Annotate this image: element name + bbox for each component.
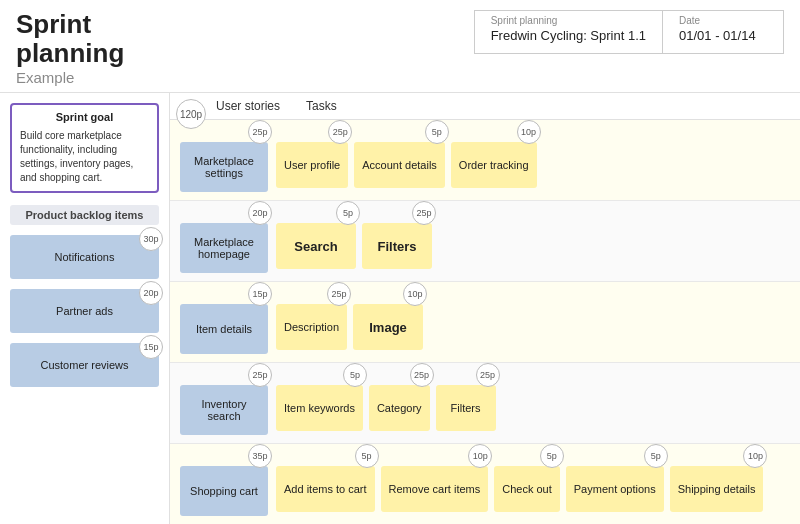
task-card: Description <box>276 304 347 350</box>
user-story-cell: 15p Item details <box>180 290 268 354</box>
subtitle: Example <box>16 69 196 86</box>
sprint-label: Sprint planning <box>491 15 646 26</box>
task-item: 10p Image <box>353 290 423 350</box>
points-badge: 10p <box>468 444 492 468</box>
main-body: Sprint goal Build core marketplace funct… <box>0 93 800 524</box>
sprint-value: Fredwin Cycling: Sprint 1.1 <box>491 28 646 43</box>
points-badge: 30p <box>139 227 163 251</box>
tasks-cell: 5p Add items to cart 10p Remove cart ite… <box>276 452 794 512</box>
task-item: 10p Shipping details <box>670 452 764 512</box>
col-header-user-stories: User stories <box>216 99 306 113</box>
sprint-goal-text: Build core marketplace functionality, in… <box>20 129 149 185</box>
points-badge: 25p <box>327 282 351 306</box>
points-badge: 10p <box>743 444 767 468</box>
tasks-cell: 25p Description 10p Image <box>276 290 794 350</box>
points-badge: 10p <box>517 120 541 144</box>
task-card: User profile <box>276 142 348 188</box>
task-card: Search <box>276 223 356 269</box>
task-item: 5p Payment options <box>566 452 664 512</box>
task-item: 5p Check out <box>494 452 560 512</box>
date-meta: Date 01/01 - 01/14 <box>663 11 783 53</box>
list-item: 15p Customer reviews <box>10 343 159 387</box>
user-story-card: Inventory search <box>180 385 268 435</box>
points-badge: 5p <box>336 201 360 225</box>
points-badge: 25p <box>412 201 436 225</box>
backlog-items: 30p Notifications 20p Partner ads 15p Cu… <box>10 235 159 387</box>
task-item: 25p User profile <box>276 128 348 188</box>
task-item: 25p Description <box>276 290 347 350</box>
sprint-meta: Sprint planning Fredwin Cycling: Sprint … <box>475 11 663 53</box>
sidebar: Sprint goal Build core marketplace funct… <box>0 93 170 524</box>
task-card: Check out <box>494 466 560 512</box>
points-badge: 5p <box>343 363 367 387</box>
points-badge: 5p <box>644 444 668 468</box>
task-item: 25p Filters <box>436 371 496 431</box>
points-badge: 5p <box>355 444 379 468</box>
table-row: 35p Shopping cart 5p Add items to cart 1… <box>170 444 800 524</box>
tasks-cell: 5p Item keywords 25p Category 25p Filter… <box>276 371 794 431</box>
points-badge: 5p <box>425 120 449 144</box>
content-area: 120p User stories Tasks 25p Marketplace … <box>170 93 800 524</box>
user-story-cell: 25p Inventory search <box>180 371 268 435</box>
header: Sprint planning Example Sprint planning … <box>0 0 800 93</box>
date-label: Date <box>679 15 767 26</box>
tasks-cell: 5p Search 25p Filters <box>276 209 794 269</box>
points-badge: 15p <box>139 335 163 359</box>
task-card: Filters <box>436 385 496 431</box>
task-item: 5p Item keywords <box>276 371 363 431</box>
table-row: 25p Marketplace settings 25p User profil… <box>170 120 800 201</box>
backlog-card: Notifications <box>10 235 159 279</box>
task-item: 5p Add items to cart <box>276 452 375 512</box>
table-row: 15p Item details 25p Description 10p Ima… <box>170 282 800 363</box>
user-story-cell: 25p Marketplace settings <box>180 128 268 192</box>
total-points-badge: 120p <box>176 99 206 129</box>
user-story-card: Shopping cart <box>180 466 268 516</box>
header-meta: Sprint planning Fredwin Cycling: Sprint … <box>474 10 784 54</box>
task-card: Image <box>353 304 423 350</box>
list-item: 30p Notifications <box>10 235 159 279</box>
user-story-card: Marketplace settings <box>180 142 268 192</box>
task-card: Shipping details <box>670 466 764 512</box>
user-story-card: Marketplace homepage <box>180 223 268 273</box>
points-badge: 25p <box>410 363 434 387</box>
date-value: 01/01 - 01/14 <box>679 28 767 43</box>
task-card: Payment options <box>566 466 664 512</box>
table-row: 25p Inventory search 5p Item keywords 25… <box>170 363 800 444</box>
sprint-goal-box: Sprint goal Build core marketplace funct… <box>10 103 159 193</box>
sprint-goal-title: Sprint goal <box>20 111 149 123</box>
task-item: 25p Filters <box>362 209 432 269</box>
task-item: 10p Order tracking <box>451 128 537 188</box>
task-card: Category <box>369 385 430 431</box>
task-item: 5p Account details <box>354 128 445 188</box>
points-badge: 20p <box>139 281 163 305</box>
user-story-cell: 35p Shopping cart <box>180 452 268 516</box>
task-card: Order tracking <box>451 142 537 188</box>
points-badge: 15p <box>248 282 272 306</box>
points-badge: 35p <box>248 444 272 468</box>
points-badge: 25p <box>248 120 272 144</box>
tasks-cell: 25p User profile 5p Account details 10p … <box>276 128 794 188</box>
task-card: Remove cart items <box>381 466 489 512</box>
points-badge: 25p <box>328 120 352 144</box>
task-item: 10p Remove cart items <box>381 452 489 512</box>
column-headers: 120p User stories Tasks <box>170 93 800 120</box>
backlog-card: Partner ads <box>10 289 159 333</box>
task-card: Filters <box>362 223 432 269</box>
title-block: Sprint planning Example <box>16 10 196 86</box>
points-badge: 25p <box>476 363 500 387</box>
backlog-card: Customer reviews <box>10 343 159 387</box>
user-story-cell: 20p Marketplace homepage <box>180 209 268 273</box>
backlog-title: Product backlog items <box>10 205 159 225</box>
points-badge: 10p <box>403 282 427 306</box>
user-story-card: Item details <box>180 304 268 354</box>
task-card: Account details <box>354 142 445 188</box>
points-badge: 5p <box>540 444 564 468</box>
task-item: 5p Search <box>276 209 356 269</box>
task-item: 25p Category <box>369 371 430 431</box>
task-card: Add items to cart <box>276 466 375 512</box>
points-badge: 20p <box>248 201 272 225</box>
task-card: Item keywords <box>276 385 363 431</box>
list-item: 20p Partner ads <box>10 289 159 333</box>
table-row: 20p Marketplace homepage 5p Search 25p F… <box>170 201 800 282</box>
points-badge: 25p <box>248 363 272 387</box>
